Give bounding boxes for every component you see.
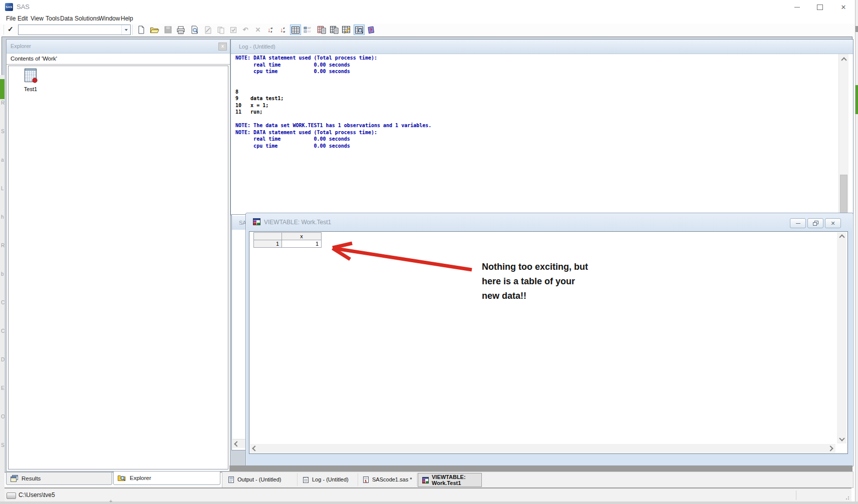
- menu-view[interactable]: View: [31, 14, 44, 24]
- close-button[interactable]: ✕: [834, 0, 852, 14]
- row-number-cell[interactable]: 1: [254, 240, 282, 248]
- red-badge-icon: [32, 78, 37, 83]
- explorer-title-bar[interactable]: Explorer: [7, 40, 230, 54]
- screen: SAS SAS ✕ File Edit View Tools Data Solu…: [0, 0, 858, 504]
- new-document-button[interactable]: [135, 25, 146, 35]
- dataset-item-test1[interactable]: Test1: [17, 68, 45, 92]
- toolbar-grip: [4, 25, 4, 35]
- scroll-left-icon[interactable]: [234, 441, 239, 446]
- window-bar: Output - (Untitled) Log - (Untitled) SAS…: [222, 471, 853, 488]
- table-copy-button[interactable]: [316, 25, 327, 35]
- viewtable-horizontal-scrollbar[interactable]: [250, 444, 835, 453]
- scroll-left-icon[interactable]: [252, 445, 257, 451]
- table-copy-icon: [318, 26, 326, 34]
- menu-file[interactable]: File: [6, 14, 16, 24]
- select-checkbox-button[interactable]: [228, 25, 239, 35]
- log-title-bar[interactable]: Log - (Untitled): [231, 40, 853, 54]
- print-preview-button[interactable]: [189, 25, 200, 35]
- value-cell[interactable]: 1: [282, 240, 322, 248]
- row-number-header[interactable]: [254, 233, 282, 240]
- status-path: C:\Users\tve5: [19, 488, 55, 502]
- menu-data[interactable]: Data: [60, 14, 73, 24]
- explorer-tab-icon: [118, 474, 126, 481]
- status-panel-separator: [796, 490, 796, 500]
- column-header-x[interactable]: x: [282, 233, 322, 240]
- desktop-bottom-strip: [0, 501, 858, 504]
- clear-button[interactable]: ✕: [252, 25, 263, 35]
- sort-descending-button[interactable]: ↓za: [277, 25, 288, 35]
- status-bar: C:\Users\tve5: [2, 487, 851, 502]
- undo-button[interactable]: ↶: [240, 25, 251, 35]
- command-combobox[interactable]: [18, 25, 131, 35]
- log-vertical-scrollbar[interactable]: [838, 54, 848, 215]
- viewtable-restore-button[interactable]: [807, 218, 823, 228]
- results-icon: [11, 475, 18, 482]
- copy-button[interactable]: [215, 25, 226, 35]
- tab-results[interactable]: Results: [6, 472, 112, 485]
- table-view-button[interactable]: [290, 25, 301, 35]
- minimize-icon: [796, 223, 800, 224]
- sascode-hscrollbar[interactable]: [232, 439, 246, 448]
- viewtable-vertical-scrollbar[interactable]: [837, 232, 846, 443]
- scroll-up-icon[interactable]: [839, 234, 844, 240]
- scroll-right-icon[interactable]: [827, 445, 833, 451]
- menu-edit[interactable]: Edit: [18, 14, 28, 24]
- table-edit-button[interactable]: [341, 25, 352, 35]
- sort-descending-icon: ↓za: [280, 27, 285, 33]
- form-view-button[interactable]: [302, 25, 313, 35]
- sascode-window-peek[interactable]: SA: [231, 214, 246, 450]
- menu-help[interactable]: Help: [121, 14, 133, 24]
- title-bar[interactable]: SAS SAS ✕: [0, 0, 855, 14]
- svg-text:?: ?: [370, 28, 373, 33]
- explorer-close-button[interactable]: x: [218, 43, 227, 51]
- log-text: NOTE: DATA statement used (Total process…: [235, 55, 431, 150]
- menu-solutions[interactable]: Solutions: [75, 14, 99, 24]
- log-body[interactable]: NOTE: DATA statement used (Total process…: [231, 54, 853, 215]
- sas-editor-icon: [363, 476, 369, 483]
- table-query-icon: [355, 27, 363, 34]
- log-title: Log - (Untitled): [239, 44, 275, 50]
- copy-icon: [217, 26, 225, 34]
- table-paste-icon: [330, 26, 339, 34]
- tab-explorer[interactable]: Explorer: [113, 471, 220, 485]
- table-header-row: x: [254, 233, 322, 240]
- taskbar-button-viewtable[interactable]: VIEWTABLE: Work.Test1: [418, 473, 482, 487]
- print-button[interactable]: [175, 25, 186, 35]
- resize-grip[interactable]: [844, 494, 849, 499]
- sort-ascending-button[interactable]: ↓az: [264, 25, 275, 35]
- taskbar-button-output[interactable]: Output - (Untitled): [224, 473, 298, 486]
- restore-icon: [813, 221, 818, 226]
- client-gap-strip: [229, 465, 852, 471]
- menu-window[interactable]: Window: [99, 14, 120, 24]
- viewtable-close-button[interactable]: ✕: [825, 218, 841, 228]
- table-query-button[interactable]: [354, 25, 365, 35]
- clear-x-icon: ✕: [255, 27, 261, 33]
- print-preview-icon: [190, 26, 199, 34]
- minimize-button[interactable]: [788, 0, 805, 14]
- taskbar-button-label: SAScode1.sas *: [372, 476, 412, 482]
- log-icon: [303, 476, 309, 483]
- command-input[interactable]: [19, 25, 121, 35]
- save-button[interactable]: [162, 25, 173, 35]
- edit-note-button[interactable]: [202, 25, 213, 35]
- checkbox-icon: [230, 27, 237, 34]
- viewtable-minimize-button[interactable]: [790, 218, 806, 228]
- maximize-button[interactable]: [811, 0, 828, 14]
- table-row: 1 1: [254, 240, 322, 248]
- taskbar-button-log[interactable]: Log - (Untitled): [299, 473, 358, 486]
- scroll-down-icon[interactable]: [839, 435, 844, 441]
- data-table[interactable]: x 1 1: [253, 232, 322, 248]
- annotation-line-1: Nothing too exciting, but: [482, 260, 622, 274]
- menu-tools[interactable]: Tools: [46, 14, 60, 24]
- help-button[interactable]: ?: [365, 25, 376, 35]
- run-check-icon[interactable]: ✓: [8, 25, 14, 33]
- log-scrollbar-thumb[interactable]: [840, 175, 847, 215]
- scroll-up-icon[interactable]: [841, 57, 846, 63]
- combobox-dropdown-button[interactable]: [121, 25, 130, 35]
- table-paste-button[interactable]: [329, 25, 340, 35]
- open-button[interactable]: [149, 25, 160, 35]
- minimize-icon: [794, 7, 800, 8]
- taskbar-button-sascode[interactable]: SAScode1.sas *: [359, 473, 417, 486]
- sas-main-window: SAS SAS ✕ File Edit View Tools Data Solu…: [0, 0, 855, 501]
- form-view-icon: [304, 27, 312, 33]
